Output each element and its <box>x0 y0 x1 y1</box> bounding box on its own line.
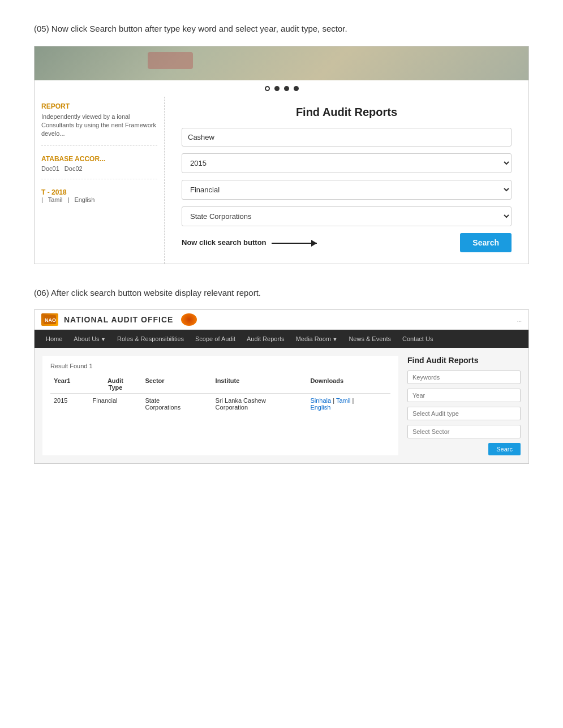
table-row: 2015 Financial StateCorporations Sri Lan… <box>50 394 390 415</box>
cell-institute: Sri Lanka CashewCorporation <box>212 394 307 415</box>
nao-header-right: ... <box>517 317 522 323</box>
result-found: Result Found 1 <box>50 363 390 369</box>
cell-sector: StateCorporations <box>141 394 212 415</box>
download-tamil[interactable]: Tamil <box>336 397 351 404</box>
left-panel: REPORT Independently viewed by a ional C… <box>35 97 165 264</box>
col-sector: Sector <box>141 375 212 394</box>
nao-title: NATIONAL AUDIT OFFICE <box>64 315 173 324</box>
nav-contact[interactable]: Contact Us <box>397 330 439 348</box>
sector-select[interactable]: State Corporations Government Department… <box>182 206 512 226</box>
s2-keywords-input[interactable] <box>407 371 521 384</box>
dot-1[interactable] <box>265 86 270 91</box>
nav-bar: Home About Us Roles & Responsibilities S… <box>35 330 528 348</box>
left-item-2-links: Doc01 Doc02 <box>41 165 157 172</box>
arrow-line <box>272 243 317 244</box>
nav-roles[interactable]: Roles & Responsibilities <box>111 330 190 348</box>
nav-scope[interactable]: Scope of Audit <box>190 330 241 348</box>
cell-downloads: Sinhala | Tamil | English <box>307 394 390 415</box>
left-item-1: REPORT Independently viewed by a ional C… <box>41 102 157 146</box>
nav-about-us[interactable]: About Us <box>68 330 111 348</box>
year-select[interactable]: 2015 2016 2017 2018 <box>182 153 512 173</box>
dot-3[interactable] <box>284 86 289 91</box>
s2-body: Result Found 1 Year1 AuditType Sector In… <box>35 348 528 463</box>
main-content-row: REPORT Independently viewed by a ional C… <box>35 97 528 264</box>
screenshot1-box: REPORT Independently viewed by a ional C… <box>34 46 529 264</box>
s2-audit-type-field <box>407 407 521 420</box>
arrow-text: Now click search button <box>182 238 267 247</box>
search-arrow-label: Now click search button <box>182 238 317 247</box>
left-item-1-text: Independently viewed by a ional Consulta… <box>41 113 157 139</box>
download-english[interactable]: English <box>310 404 330 411</box>
s2-sector-input[interactable] <box>407 425 521 438</box>
col-institute: Institute <box>212 375 307 394</box>
download-sinhala[interactable]: Sinhala <box>310 397 331 404</box>
cell-year: 2015 <box>50 394 89 415</box>
col-downloads: Downloads <box>307 375 390 394</box>
section2-instruction: (06) After click search button website d… <box>34 287 529 300</box>
left-item-2: ATABASE ACCOR... Doc01 Doc02 <box>41 155 157 179</box>
svg-text:NAO: NAO <box>45 317 56 323</box>
s2-search-button[interactable]: Searc <box>488 443 521 455</box>
lang-links: | Tamil | English <box>41 196 157 203</box>
result-area: Result Found 1 Year1 AuditType Sector In… <box>42 356 398 455</box>
nav-home[interactable]: Home <box>40 330 68 348</box>
search-button[interactable]: Search <box>460 233 512 252</box>
nao-header: NAO NATIONAL AUDIT OFFICE ... <box>35 310 528 330</box>
pipe-sep: | <box>41 196 43 203</box>
col-audit-type: AuditType <box>89 375 142 394</box>
nav-media-room[interactable]: Media Room <box>290 330 343 348</box>
sector-field: State Corporations Government Department… <box>182 206 512 226</box>
english-link[interactable]: English <box>74 196 94 203</box>
banner-image <box>35 46 528 80</box>
col-year: Year1 <box>50 375 89 394</box>
left-item-3: T - 2018 | Tamil | English <box>41 188 157 210</box>
nao-logo-right <box>181 313 197 326</box>
find-title-s2: Find Audit Reports <box>407 356 521 365</box>
result-table: Year1 AuditType Sector Institute Downloa… <box>50 375 390 414</box>
s2-audit-type-input[interactable] <box>407 407 521 420</box>
pipe-sep2: | <box>67 196 69 203</box>
carousel-dots <box>35 80 528 97</box>
audit-type-select[interactable]: Financial Performance Compliance <box>182 180 512 200</box>
s2-year-field <box>407 389 521 402</box>
s2-keywords-field <box>407 371 521 384</box>
audit-type-field: Financial Performance Compliance <box>182 180 512 200</box>
dot-4[interactable] <box>294 86 299 91</box>
dot-2[interactable] <box>274 86 280 91</box>
keyword-field <box>182 128 512 147</box>
keyword-input[interactable] <box>182 128 512 147</box>
search-row: Now click search button Search <box>182 233 512 252</box>
find-panel-s2: Find Audit Reports Searc <box>407 356 521 455</box>
year-field: 2015 2016 2017 2018 <box>182 153 512 173</box>
s2-year-input[interactable] <box>407 389 521 402</box>
nav-news[interactable]: News & Events <box>343 330 397 348</box>
doc02-link[interactable]: Doc02 <box>65 165 83 172</box>
right-panel: Find Audit Reports 2015 2016 2017 2018 F… <box>165 97 528 264</box>
left-item-2-title: ATABASE ACCOR... <box>41 155 157 163</box>
s2-sector-field <box>407 425 521 438</box>
find-audit-title: Find Audit Reports <box>182 106 512 119</box>
left-item-1-title: REPORT <box>41 102 157 110</box>
doc01-link[interactable]: Doc01 <box>41 165 59 172</box>
section1-instruction: (05) Now click Search button after type … <box>34 23 529 36</box>
cell-audit-type: Financial <box>89 394 142 415</box>
screenshot2-box: NAO NATIONAL AUDIT OFFICE ... Home About… <box>34 309 529 464</box>
tamil-link[interactable]: Tamil <box>48 196 63 203</box>
nav-audit-reports[interactable]: Audit Reports <box>241 330 290 348</box>
nao-logo-left: NAO <box>41 313 58 326</box>
year-label: T - 2018 <box>41 188 157 196</box>
